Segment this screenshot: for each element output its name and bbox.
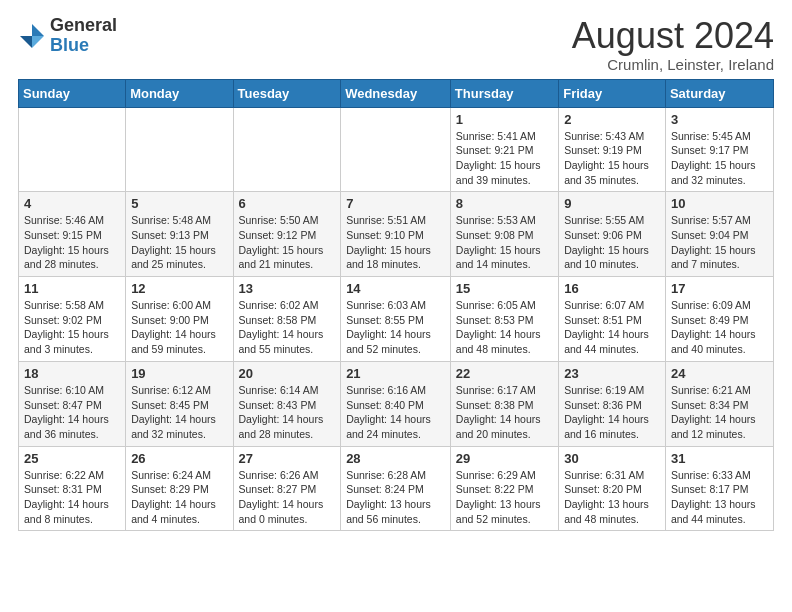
day-info: Sunrise: 6:10 AMSunset: 8:47 PMDaylight:… xyxy=(24,383,120,442)
day-cell: 24Sunrise: 6:21 AMSunset: 8:34 PMDayligh… xyxy=(665,361,773,446)
day-cell: 5Sunrise: 5:48 AMSunset: 9:13 PMDaylight… xyxy=(126,192,233,277)
day-cell: 1Sunrise: 5:41 AMSunset: 9:21 PMDaylight… xyxy=(450,107,558,192)
header-cell-wednesday: Wednesday xyxy=(341,79,451,107)
day-cell: 12Sunrise: 6:00 AMSunset: 9:00 PMDayligh… xyxy=(126,277,233,362)
day-cell: 6Sunrise: 5:50 AMSunset: 9:12 PMDaylight… xyxy=(233,192,341,277)
day-cell: 10Sunrise: 5:57 AMSunset: 9:04 PMDayligh… xyxy=(665,192,773,277)
calendar-page: General Blue August 2024 Crumlin, Leinst… xyxy=(0,0,792,541)
day-cell: 30Sunrise: 6:31 AMSunset: 8:20 PMDayligh… xyxy=(559,446,666,531)
day-cell: 9Sunrise: 5:55 AMSunset: 9:06 PMDaylight… xyxy=(559,192,666,277)
calendar-body: 1Sunrise: 5:41 AMSunset: 9:21 PMDaylight… xyxy=(19,107,774,531)
day-number: 25 xyxy=(24,451,120,466)
day-cell: 19Sunrise: 6:12 AMSunset: 8:45 PMDayligh… xyxy=(126,361,233,446)
day-info: Sunrise: 5:58 AMSunset: 9:02 PMDaylight:… xyxy=(24,298,120,357)
day-cell: 8Sunrise: 5:53 AMSunset: 9:08 PMDaylight… xyxy=(450,192,558,277)
day-number: 30 xyxy=(564,451,660,466)
day-number: 16 xyxy=(564,281,660,296)
svg-marker-0 xyxy=(32,24,44,36)
day-cell: 17Sunrise: 6:09 AMSunset: 8:49 PMDayligh… xyxy=(665,277,773,362)
day-number: 8 xyxy=(456,196,553,211)
day-cell: 11Sunrise: 5:58 AMSunset: 9:02 PMDayligh… xyxy=(19,277,126,362)
day-cell xyxy=(341,107,451,192)
day-info: Sunrise: 6:29 AMSunset: 8:22 PMDaylight:… xyxy=(456,468,553,527)
day-number: 28 xyxy=(346,451,445,466)
day-info: Sunrise: 5:50 AMSunset: 9:12 PMDaylight:… xyxy=(239,213,336,272)
week-row-4: 18Sunrise: 6:10 AMSunset: 8:47 PMDayligh… xyxy=(19,361,774,446)
logo: General Blue xyxy=(18,16,117,56)
day-number: 7 xyxy=(346,196,445,211)
day-number: 21 xyxy=(346,366,445,381)
day-number: 22 xyxy=(456,366,553,381)
day-number: 5 xyxy=(131,196,227,211)
day-cell: 26Sunrise: 6:24 AMSunset: 8:29 PMDayligh… xyxy=(126,446,233,531)
day-info: Sunrise: 5:51 AMSunset: 9:10 PMDaylight:… xyxy=(346,213,445,272)
day-cell: 29Sunrise: 6:29 AMSunset: 8:22 PMDayligh… xyxy=(450,446,558,531)
day-number: 10 xyxy=(671,196,768,211)
week-row-1: 1Sunrise: 5:41 AMSunset: 9:21 PMDaylight… xyxy=(19,107,774,192)
day-number: 19 xyxy=(131,366,227,381)
day-number: 4 xyxy=(24,196,120,211)
title-block: August 2024 Crumlin, Leinster, Ireland xyxy=(572,16,774,73)
day-cell: 21Sunrise: 6:16 AMSunset: 8:40 PMDayligh… xyxy=(341,361,451,446)
day-cell: 23Sunrise: 6:19 AMSunset: 8:36 PMDayligh… xyxy=(559,361,666,446)
day-info: Sunrise: 6:09 AMSunset: 8:49 PMDaylight:… xyxy=(671,298,768,357)
day-info: Sunrise: 6:31 AMSunset: 8:20 PMDaylight:… xyxy=(564,468,660,527)
day-cell xyxy=(19,107,126,192)
header: General Blue August 2024 Crumlin, Leinst… xyxy=(18,16,774,73)
day-info: Sunrise: 5:46 AMSunset: 9:15 PMDaylight:… xyxy=(24,213,120,272)
day-info: Sunrise: 5:53 AMSunset: 9:08 PMDaylight:… xyxy=(456,213,553,272)
day-number: 3 xyxy=(671,112,768,127)
header-cell-friday: Friday xyxy=(559,79,666,107)
day-info: Sunrise: 5:55 AMSunset: 9:06 PMDaylight:… xyxy=(564,213,660,272)
day-number: 15 xyxy=(456,281,553,296)
header-cell-monday: Monday xyxy=(126,79,233,107)
day-cell: 15Sunrise: 6:05 AMSunset: 8:53 PMDayligh… xyxy=(450,277,558,362)
svg-marker-1 xyxy=(20,36,32,48)
day-cell: 7Sunrise: 5:51 AMSunset: 9:10 PMDaylight… xyxy=(341,192,451,277)
day-info: Sunrise: 6:22 AMSunset: 8:31 PMDaylight:… xyxy=(24,468,120,527)
header-cell-sunday: Sunday xyxy=(19,79,126,107)
day-number: 31 xyxy=(671,451,768,466)
day-cell: 20Sunrise: 6:14 AMSunset: 8:43 PMDayligh… xyxy=(233,361,341,446)
day-cell: 4Sunrise: 5:46 AMSunset: 9:15 PMDaylight… xyxy=(19,192,126,277)
day-number: 12 xyxy=(131,281,227,296)
day-cell xyxy=(126,107,233,192)
day-info: Sunrise: 6:21 AMSunset: 8:34 PMDaylight:… xyxy=(671,383,768,442)
logo-text: General Blue xyxy=(50,16,117,56)
day-info: Sunrise: 6:12 AMSunset: 8:45 PMDaylight:… xyxy=(131,383,227,442)
week-row-2: 4Sunrise: 5:46 AMSunset: 9:15 PMDaylight… xyxy=(19,192,774,277)
day-info: Sunrise: 5:48 AMSunset: 9:13 PMDaylight:… xyxy=(131,213,227,272)
day-number: 6 xyxy=(239,196,336,211)
day-cell: 3Sunrise: 5:45 AMSunset: 9:17 PMDaylight… xyxy=(665,107,773,192)
day-info: Sunrise: 6:24 AMSunset: 8:29 PMDaylight:… xyxy=(131,468,227,527)
week-row-3: 11Sunrise: 5:58 AMSunset: 9:02 PMDayligh… xyxy=(19,277,774,362)
day-cell: 25Sunrise: 6:22 AMSunset: 8:31 PMDayligh… xyxy=(19,446,126,531)
day-info: Sunrise: 6:00 AMSunset: 9:00 PMDaylight:… xyxy=(131,298,227,357)
day-info: Sunrise: 6:16 AMSunset: 8:40 PMDaylight:… xyxy=(346,383,445,442)
header-cell-tuesday: Tuesday xyxy=(233,79,341,107)
day-number: 11 xyxy=(24,281,120,296)
header-cell-saturday: Saturday xyxy=(665,79,773,107)
day-info: Sunrise: 6:17 AMSunset: 8:38 PMDaylight:… xyxy=(456,383,553,442)
day-cell: 2Sunrise: 5:43 AMSunset: 9:19 PMDaylight… xyxy=(559,107,666,192)
day-info: Sunrise: 5:57 AMSunset: 9:04 PMDaylight:… xyxy=(671,213,768,272)
day-info: Sunrise: 6:14 AMSunset: 8:43 PMDaylight:… xyxy=(239,383,336,442)
day-info: Sunrise: 6:28 AMSunset: 8:24 PMDaylight:… xyxy=(346,468,445,527)
calendar-table: SundayMondayTuesdayWednesdayThursdayFrid… xyxy=(18,79,774,532)
main-title: August 2024 xyxy=(572,16,774,56)
day-cell: 18Sunrise: 6:10 AMSunset: 8:47 PMDayligh… xyxy=(19,361,126,446)
subtitle: Crumlin, Leinster, Ireland xyxy=(572,56,774,73)
day-cell: 28Sunrise: 6:28 AMSunset: 8:24 PMDayligh… xyxy=(341,446,451,531)
week-row-5: 25Sunrise: 6:22 AMSunset: 8:31 PMDayligh… xyxy=(19,446,774,531)
day-number: 14 xyxy=(346,281,445,296)
day-number: 1 xyxy=(456,112,553,127)
calendar-header: SundayMondayTuesdayWednesdayThursdayFrid… xyxy=(19,79,774,107)
day-info: Sunrise: 6:33 AMSunset: 8:17 PMDaylight:… xyxy=(671,468,768,527)
day-number: 29 xyxy=(456,451,553,466)
day-cell: 27Sunrise: 6:26 AMSunset: 8:27 PMDayligh… xyxy=(233,446,341,531)
day-number: 23 xyxy=(564,366,660,381)
header-cell-thursday: Thursday xyxy=(450,79,558,107)
day-cell: 16Sunrise: 6:07 AMSunset: 8:51 PMDayligh… xyxy=(559,277,666,362)
day-info: Sunrise: 6:02 AMSunset: 8:58 PMDaylight:… xyxy=(239,298,336,357)
day-info: Sunrise: 5:45 AMSunset: 9:17 PMDaylight:… xyxy=(671,129,768,188)
